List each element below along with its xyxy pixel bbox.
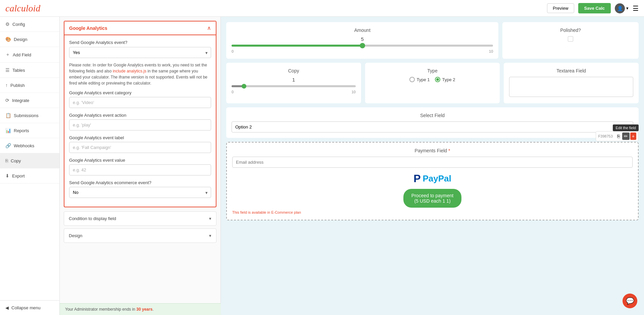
- condition-chevron-icon: ▾: [209, 216, 211, 221]
- tables-icon: ☰: [5, 67, 10, 73]
- copy-slider-labels: 0 10: [232, 90, 356, 94]
- sidebar-item-add-field[interactable]: ＋ Add Field: [0, 47, 59, 63]
- design-chevron-icon: ▾: [209, 233, 211, 238]
- sidebar-item-label: Export: [12, 173, 25, 178]
- textarea-field[interactable]: [509, 77, 633, 97]
- membership-footer: Your Administrator membership ends in 30…: [60, 303, 221, 315]
- sidebar-item-copy[interactable]: ⎘ Copy: [0, 153, 59, 168]
- event-label-label: Google Analytics event label: [69, 135, 211, 140]
- action-input[interactable]: [69, 119, 211, 130]
- sidebar-item-integrate[interactable]: ⟳ Integrate: [0, 93, 59, 108]
- category-input[interactable]: [69, 97, 211, 108]
- sidebar-item-label: Publish: [10, 83, 25, 88]
- type1-option[interactable]: Type 1: [409, 77, 430, 82]
- ecommerce-select-wrap: No Yes ▾: [69, 187, 211, 198]
- navbar: calculoid Preview Save Calc 👤 ▾ ☰: [0, 0, 644, 17]
- preview-button[interactable]: Preview: [547, 3, 574, 13]
- edit-tooltip: Edit the field: [613, 124, 639, 131]
- textarea-cell: Textarea Field: [504, 63, 639, 103]
- sidebar-item-label: Design: [14, 37, 27, 42]
- select-field[interactable]: Option 2 Option 1: [232, 121, 633, 133]
- sidebar-item-submissions[interactable]: 📋 Submissions: [0, 108, 59, 123]
- copy-icon: ⎘: [5, 158, 8, 163]
- ga-title: Google Analytics: [69, 25, 107, 31]
- sidebar-item-label: Submissions: [14, 113, 39, 118]
- copy-min: 0: [232, 90, 234, 94]
- avatar-button[interactable]: 👤 ▾: [615, 3, 629, 13]
- select-field-wrap: Select Field Option 2 Option 1: [226, 107, 639, 138]
- copy-slider-track[interactable]: [232, 85, 356, 87]
- sidebar-item-tables[interactable]: ☰ Tables: [0, 63, 59, 78]
- analytics-js-link[interactable]: include analytics.js: [113, 69, 146, 73]
- sidebar: ⚙ Config 🎨 Design ＋ Add Field ☰ Tables ↑…: [0, 17, 60, 315]
- amount-cell: Amount 5 0 10: [226, 22, 498, 59]
- payments-section: Payments Field * P PayPal Proceed to pay…: [226, 142, 639, 220]
- design-label: Design: [69, 233, 82, 238]
- proceed-button[interactable]: Proceed to payment(5 USD each 1 1): [403, 189, 461, 208]
- hamburger-button[interactable]: ☰: [633, 4, 639, 12]
- email-input[interactable]: [232, 157, 633, 168]
- ga-collapse-icon[interactable]: ∧: [207, 25, 211, 31]
- sidebar-item-webhooks[interactable]: 🔗 Webhooks: [0, 138, 59, 153]
- type2-option[interactable]: Type 2: [435, 77, 455, 82]
- polished-checkbox[interactable]: [568, 36, 573, 42]
- event-label-input[interactable]: [69, 142, 211, 153]
- middle-panel: Google Analytics ∧ Send Google Analytics…: [60, 17, 221, 315]
- export-icon: ⬇: [5, 173, 9, 178]
- avatar-chevron: ▾: [626, 6, 629, 11]
- sidebar-item-export[interactable]: ⬇ Export: [0, 168, 59, 183]
- sidebar-item-config[interactable]: ⚙ Config: [0, 17, 59, 32]
- collapse-icon: ◀: [5, 305, 9, 310]
- amount-value: 5: [232, 36, 493, 42]
- type-options: Type 1 Type 2: [370, 77, 495, 82]
- ecommerce-label: Send Google Analytics ecommerce event?: [69, 180, 211, 185]
- chat-button[interactable]: 💬: [623, 294, 637, 308]
- sidebar-item-label: Tables: [12, 68, 25, 73]
- value-label: Google Analytics event value: [69, 158, 211, 163]
- sidebar-item-design[interactable]: 🎨 Design: [0, 32, 59, 47]
- payments-title: Payments Field *: [232, 148, 633, 153]
- edit-field-button[interactable]: ✏: [622, 133, 630, 140]
- sidebar-item-label: Copy: [11, 158, 21, 163]
- ga-header: Google Analytics ∧: [64, 21, 216, 35]
- main-layout: ⚙ Config 🎨 Design ＋ Add Field ☰ Tables ↑…: [0, 17, 644, 315]
- add-field-icon: ＋: [5, 52, 10, 58]
- payments-wrapper: Edit the field F398753 ⎘ ✏ + Payments Fi…: [226, 142, 639, 220]
- ecommerce-note: This field is available in E-Commerce pl…: [232, 210, 633, 214]
- type1-radio: [409, 77, 415, 82]
- copy-cell: Copy 1 0 10: [226, 63, 361, 103]
- edit-toolbar: F398753 ⎘ ✏ +: [596, 131, 639, 141]
- amount-slider-fill: [232, 45, 362, 47]
- sidebar-item-reports[interactable]: 📊 Reports: [0, 123, 59, 138]
- save-button[interactable]: Save Calc: [578, 3, 611, 13]
- paypal-p-icon: P: [413, 172, 420, 185]
- condition-accordion-header[interactable]: Condition to display field ▾: [64, 212, 216, 225]
- sidebar-collapse[interactable]: ◀ Collapse menu: [0, 300, 59, 315]
- ecommerce-select[interactable]: No Yes: [69, 187, 211, 198]
- sidebar-item-label: Add Field: [13, 52, 31, 57]
- send-event-select-wrap: Yes No ▾: [69, 47, 211, 58]
- copy-title: Copy: [232, 68, 356, 73]
- add-field-button[interactable]: +: [630, 133, 636, 140]
- value-input[interactable]: [69, 164, 211, 175]
- amount-max: 10: [489, 49, 493, 53]
- reports-icon: 📊: [5, 128, 11, 133]
- polished-cell: Polished?: [502, 22, 639, 59]
- payments-required: *: [448, 148, 450, 153]
- sidebar-item-publish[interactable]: ↑ Publish: [0, 78, 59, 93]
- membership-years: 30 years: [136, 307, 152, 312]
- type2-radio-fill: [436, 78, 439, 81]
- polished-title: Polished?: [508, 28, 633, 33]
- design-accordion-header[interactable]: Design ▾: [64, 229, 216, 243]
- amount-min: 0: [232, 49, 234, 53]
- copy-field-button[interactable]: ⎘: [615, 133, 622, 140]
- amount-slider-track[interactable]: [232, 45, 493, 47]
- google-analytics-section: Google Analytics ∧ Send Google Analytics…: [64, 21, 216, 207]
- sidebar-item-label: Reports: [14, 128, 29, 133]
- send-event-select[interactable]: Yes No: [69, 47, 211, 58]
- send-event-label: Send Google Analytics event?: [69, 40, 211, 45]
- select-field-title: Select Field: [232, 113, 633, 118]
- type-cell: Type Type 1 Type 2: [365, 63, 500, 103]
- copy-max: 10: [351, 90, 355, 94]
- design-accordion: Design ▾: [64, 228, 216, 243]
